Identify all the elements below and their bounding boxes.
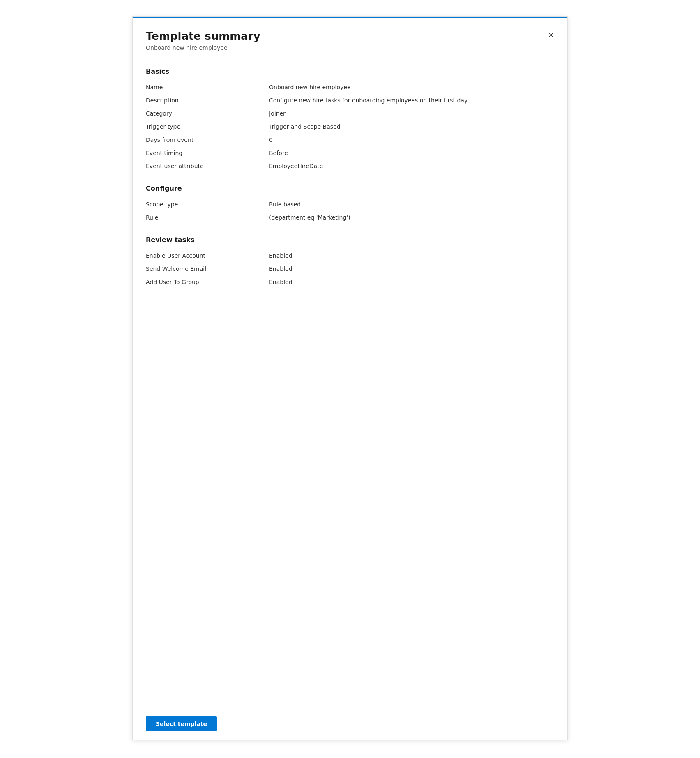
field-value-name: Onboard new hire employee — [269, 83, 554, 90]
field-value-add-user-to-group: Enabled — [269, 278, 554, 285]
field-row-category: Category Joiner — [146, 107, 554, 120]
basics-section-title: Basics — [146, 67, 554, 75]
field-value-description: Configure new hire tasks for onboarding … — [269, 97, 554, 104]
field-label-rule: Rule — [146, 214, 269, 221]
panel-title: Template summary — [146, 30, 554, 43]
field-value-event-user-attribute: EmployeeHireDate — [269, 162, 554, 169]
field-label-event-user-attribute: Event user attribute — [146, 162, 269, 169]
field-value-trigger-type: Trigger and Scope Based — [269, 123, 554, 130]
field-row-send-welcome-email: Send Welcome Email Enabled — [146, 263, 554, 276]
close-icon: × — [548, 30, 553, 40]
field-row-description: Description Configure new hire tasks for… — [146, 94, 554, 107]
field-value-send-welcome-email: Enabled — [269, 265, 554, 272]
field-label-name: Name — [146, 83, 269, 90]
field-row-event-user-attribute: Event user attribute EmployeeHireDate — [146, 160, 554, 173]
field-row-trigger-type: Trigger type Trigger and Scope Based — [146, 120, 554, 134]
field-value-days-from-event: 0 — [269, 136, 554, 143]
review-tasks-section-title: Review tasks — [146, 236, 554, 244]
close-button[interactable]: × — [544, 28, 557, 42]
field-row-name: Name Onboard new hire employee — [146, 81, 554, 94]
field-label-description: Description — [146, 97, 269, 104]
field-value-category: Joiner — [269, 110, 554, 117]
field-label-category: Category — [146, 110, 269, 117]
panel-header: Template summary Onboard new hire employ… — [133, 18, 567, 59]
field-row-scope-type: Scope type Rule based — [146, 198, 554, 211]
select-template-button[interactable]: Select template — [146, 716, 217, 731]
configure-section: Configure Scope type Rule based Rule (de… — [146, 185, 554, 224]
panel-footer: Select template — [133, 708, 567, 740]
panel-content: Basics Name Onboard new hire employee De… — [133, 59, 567, 708]
field-label-add-user-to-group: Add User To Group — [146, 278, 269, 285]
configure-section-title: Configure — [146, 185, 554, 192]
field-label-event-timing: Event timing — [146, 149, 269, 156]
field-label-enable-user-account: Enable User Account — [146, 252, 269, 259]
field-row-rule: Rule (department eq 'Marketing') — [146, 211, 554, 224]
field-value-rule: (department eq 'Marketing') — [269, 214, 554, 221]
basics-section: Basics Name Onboard new hire employee De… — [146, 67, 554, 173]
field-row-enable-user-account: Enable User Account Enabled — [146, 250, 554, 263]
template-summary-panel: Template summary Onboard new hire employ… — [132, 16, 568, 740]
field-value-event-timing: Before — [269, 149, 554, 156]
field-label-scope-type: Scope type — [146, 201, 269, 208]
field-row-add-user-to-group: Add User To Group Enabled — [146, 276, 554, 289]
field-row-event-timing: Event timing Before — [146, 147, 554, 160]
field-value-enable-user-account: Enabled — [269, 252, 554, 259]
field-row-days-from-event: Days from event 0 — [146, 134, 554, 147]
panel-subtitle: Onboard new hire employee — [146, 44, 554, 51]
field-label-send-welcome-email: Send Welcome Email — [146, 265, 269, 272]
review-tasks-section: Review tasks Enable User Account Enabled… — [146, 236, 554, 289]
field-value-scope-type: Rule based — [269, 201, 554, 208]
field-label-trigger-type: Trigger type — [146, 123, 269, 130]
field-label-days-from-event: Days from event — [146, 136, 269, 143]
